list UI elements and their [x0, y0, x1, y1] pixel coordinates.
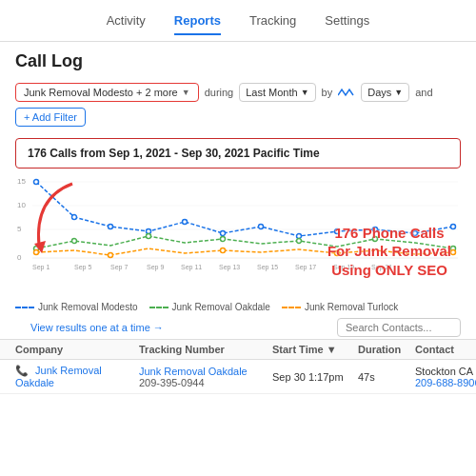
svg-point-24	[221, 231, 226, 236]
legend-label-oakdale: Junk Removal Oakdale	[172, 302, 270, 312]
svg-point-19	[34, 180, 39, 185]
svg-text:Sep 7: Sep 7	[110, 264, 128, 271]
view-results-link[interactable]: View results one at a time →	[15, 318, 179, 337]
legend-item-turlock: Junk Removal Turlock	[282, 302, 398, 312]
svg-text:0: 0	[17, 253, 22, 262]
svg-text:Sep 9: Sep 9	[147, 264, 164, 271]
cell-company: 📞 Junk Removal Oakdale	[15, 365, 139, 388]
svg-point-23	[183, 220, 188, 225]
legend-line-modesto	[15, 307, 34, 308]
group-label: Days	[367, 87, 391, 98]
group-filter-select[interactable]: Days ▼	[361, 83, 409, 102]
table-header: Company Tracking Number Start Time ▼ Dur…	[0, 339, 476, 360]
svg-point-33	[147, 234, 151, 239]
svg-text:10: 10	[17, 201, 26, 209]
tracking-phone: 209-395-0944	[139, 377, 272, 388]
legend-label-turlock: Junk Removal Turlock	[305, 302, 398, 312]
overlay-line1: 176 Phone Calls	[327, 224, 451, 243]
svg-text:Sep 1: Sep 1	[32, 264, 50, 271]
cell-starttime: Sep 30 1:17pm	[272, 371, 358, 383]
during-label: during	[205, 87, 234, 98]
col-header-contact: Contact	[415, 344, 476, 355]
svg-point-42	[451, 250, 456, 255]
chevron-down-icon-period: ▼	[301, 88, 309, 97]
overlay-line3: Using ONLY SEO	[327, 261, 451, 280]
chart-legend: Junk Removal Modesto Junk Removal Oakdal…	[0, 298, 476, 316]
svg-text:Sep 11: Sep 11	[181, 264, 202, 271]
by-label: by	[322, 87, 333, 98]
tab-reports[interactable]: Reports	[174, 13, 221, 35]
legend-label-modesto: Junk Removal Modesto	[38, 302, 138, 312]
chevron-down-icon: ▼	[182, 88, 190, 97]
filter-bar: Junk Removal Modesto + 2 more ▼ during L…	[0, 77, 476, 132]
col-header-starttime: Start Time ▼	[272, 344, 358, 355]
chart-area: 15 10 5 0 Sep 1 Sep 5 Sep 7 Sep 9 Sep 11…	[15, 174, 461, 298]
svg-point-32	[72, 239, 77, 244]
search-contacts-input[interactable]	[337, 318, 461, 337]
overlay-cta-text: 176 Phone Calls For Junk Removal Using O…	[327, 224, 451, 280]
top-navigation: Activity Reports Tracking Settings	[0, 0, 476, 42]
tracking-number-name[interactable]: Junk Removal Oakdale	[139, 366, 272, 377]
svg-point-20	[72, 215, 77, 220]
svg-point-40	[221, 248, 226, 253]
add-filter-button[interactable]: + Add Filter	[15, 108, 86, 127]
cell-duration: 47s	[358, 371, 415, 383]
svg-point-34	[221, 237, 226, 242]
svg-text:5: 5	[17, 225, 22, 233]
overlay-line2: For Junk Removal	[327, 242, 451, 261]
campaign-filter-pill[interactable]: Junk Removal Modesto + 2 more ▼	[15, 83, 199, 102]
nav-tab-list: Activity Reports Tracking Settings	[0, 8, 476, 41]
svg-text:Sep 17: Sep 17	[295, 264, 316, 271]
contact-phone[interactable]: 209-688-8906	[415, 377, 476, 388]
period-filter-select[interactable]: Last Month ▼	[239, 83, 315, 102]
wave-icon	[338, 87, 355, 98]
cell-tracking: Junk Removal Oakdale 209-395-0944	[139, 366, 272, 388]
summary-box: 176 Calls from Sep 1, 2021 - Sep 30, 202…	[15, 138, 461, 169]
col-header-duration: Duration	[358, 344, 415, 355]
svg-point-25	[259, 225, 264, 229]
cell-contact: Stockton CA 209-688-8906	[415, 366, 476, 388]
tab-settings[interactable]: Settings	[325, 13, 369, 35]
col-header-company: Company	[15, 344, 139, 355]
tab-tracking[interactable]: Tracking	[249, 13, 296, 35]
legend-line-oakdale	[149, 307, 169, 308]
search-bar	[337, 318, 461, 337]
svg-point-35	[297, 239, 302, 244]
summary-text: 176 Calls from Sep 1, 2021 - Sep 30, 202…	[28, 147, 320, 160]
svg-point-39	[109, 253, 113, 258]
legend-item-modesto: Junk Removal Modesto	[15, 302, 138, 312]
svg-point-38	[34, 250, 39, 255]
table-row: 📞 Junk Removal Oakdale Junk Removal Oakd…	[0, 360, 476, 394]
svg-point-30	[451, 225, 456, 229]
legend-item-oakdale: Junk Removal Oakdale	[149, 302, 270, 312]
tab-activity[interactable]: Activity	[107, 13, 146, 35]
svg-text:Sep 5: Sep 5	[74, 264, 91, 271]
col-header-tracking: Tracking Number	[139, 344, 272, 355]
legend-line-turlock	[282, 307, 301, 308]
page-title: Call Log	[0, 42, 476, 77]
svg-text:Sep 13: Sep 13	[219, 264, 240, 271]
svg-text:15: 15	[17, 177, 26, 186]
add-filter-label: + Add Filter	[24, 111, 77, 123]
chevron-down-icon-group: ▼	[394, 88, 403, 97]
view-results-text: View results one at a time →	[30, 322, 164, 333]
and-label: and	[415, 87, 432, 98]
contact-city: Stockton CA	[415, 366, 476, 377]
campaign-filter-label: Junk Removal Modesto + 2 more	[24, 87, 178, 98]
svg-point-21	[109, 225, 113, 229]
period-label: Last Month	[246, 87, 297, 98]
svg-text:Sep 15: Sep 15	[257, 264, 278, 271]
phone-icon: 📞	[15, 365, 29, 376]
